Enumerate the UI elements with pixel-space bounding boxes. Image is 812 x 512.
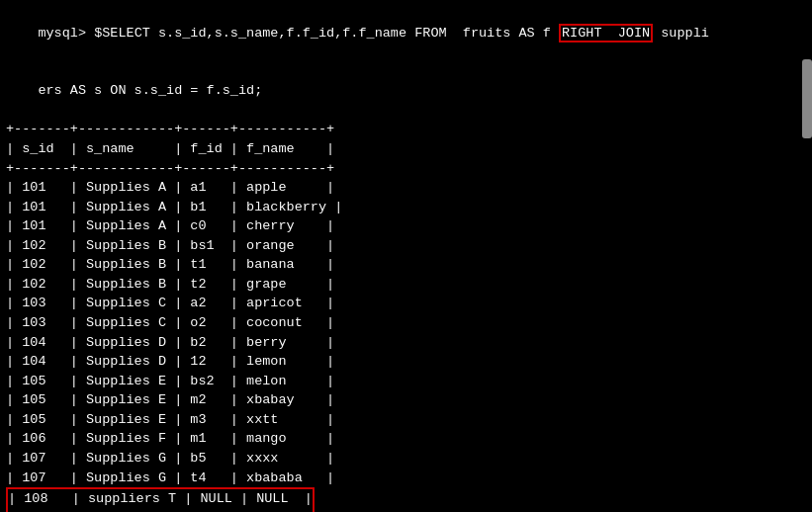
table-row-null-109: | 109 | suppliers Y | NULL | NULL | bbox=[8, 509, 313, 512]
table-row: | 102 | Supplies B | t2 | grape | bbox=[6, 275, 806, 295]
table-row: | 104 | Supplies D | 12 | lemon | bbox=[6, 352, 806, 372]
table-row: | 102 | Supplies B | bs1 | orange | bbox=[6, 236, 806, 256]
command-text: $SELECT s.s_id,s.s_name,f.f_id,f.f_name … bbox=[94, 24, 709, 43]
table-row: | 106 | Supplies F | m1 | mango | bbox=[6, 429, 806, 449]
header-row: | s_id | s_name | f_id | f_name | bbox=[6, 139, 806, 159]
command-continuation: ers AS s ON s.s_id = f.s_id; bbox=[38, 83, 262, 98]
null-rows-highlight: | 108 | suppliers T | NULL | NULL | | 10… bbox=[6, 487, 315, 512]
table-row: | 105 | Supplies E | m2 | xbabay | bbox=[6, 390, 806, 410]
table-row: | 103 | Supplies C | o2 | coconut | bbox=[6, 313, 806, 333]
command-line-2: ers AS s ON s.s_id = f.s_id; bbox=[6, 62, 806, 121]
table-row: | 103 | Supplies C | a2 | apricot | bbox=[6, 294, 806, 313]
table-row: | 101 | Supplies A | c0 | cherry | bbox=[6, 216, 806, 236]
results-table: +-------+------------+------+-----------… bbox=[6, 120, 806, 512]
right-join-keyword: RIGHT JOIN bbox=[559, 24, 653, 43]
separator-top: +-------+------------+------+-----------… bbox=[6, 120, 806, 139]
table-row: | 102 | Supplies B | t1 | banana | bbox=[6, 255, 806, 275]
table-row: | 101 | Supplies A | a1 | apple | bbox=[6, 178, 806, 198]
prompt: mysql> bbox=[38, 26, 94, 41]
terminal-window: mysql> $SELECT s.s_id,s.s_name,f.f_id,f.… bbox=[0, 0, 812, 512]
table-row: | 107 | Supplies G | b5 | xxxx | bbox=[6, 449, 806, 469]
separator-mid: +-------+------------+------+-----------… bbox=[6, 159, 806, 179]
table-row: | 104 | Supplies D | b2 | berry | bbox=[6, 333, 806, 353]
table-row: | 107 | Supplies G | t4 | xbababa | bbox=[6, 469, 806, 488]
command-line: mysql> $SELECT s.s_id,s.s_name,f.f_id,f.… bbox=[6, 4, 806, 62]
table-row: | 101 | Supplies A | b1 | blackberry | bbox=[6, 198, 806, 217]
table-row: | 105 | Supplies E | m3 | xxtt | bbox=[6, 410, 806, 430]
table-row: | 105 | Supplies E | bs2 | melon | bbox=[6, 372, 806, 391]
table-row-null-108: | 108 | suppliers T | NULL | NULL | bbox=[8, 489, 313, 509]
scrollbar[interactable] bbox=[802, 59, 812, 138]
